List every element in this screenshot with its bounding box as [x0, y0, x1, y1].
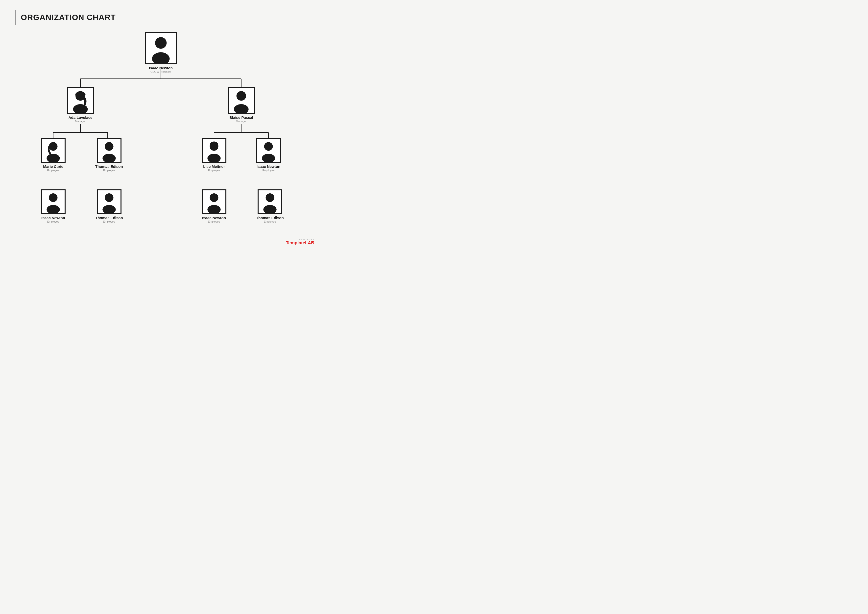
photo-ceo: [145, 32, 177, 64]
photo-emp5: [41, 190, 65, 214]
svg-point-22: [49, 142, 57, 151]
page: ORGANIZATION CHART: [0, 0, 322, 250]
photo-emp4: [256, 138, 281, 163]
emp7-role: Employee: [208, 220, 220, 223]
svg-point-34: [49, 193, 57, 202]
svg-point-31: [264, 142, 273, 151]
node-emp4: Isaac Newton Employee: [256, 138, 281, 172]
emp8-name: Thomas Edison: [256, 216, 284, 220]
photo-manager2: [228, 87, 255, 114]
title-section: ORGANIZATION CHART: [15, 10, 307, 25]
photo-emp2: [97, 138, 121, 163]
photo-emp6: [97, 190, 121, 214]
emp4-role: Employee: [262, 169, 274, 172]
ceo-name: Isaac Newton: [149, 66, 173, 70]
svg-point-13: [155, 37, 167, 49]
manager1-role: Manager: [75, 120, 85, 123]
svg-point-19: [237, 91, 246, 101]
svg-point-43: [265, 193, 274, 202]
photo-emp3: [202, 138, 226, 163]
emp4-name: Isaac Newton: [257, 165, 281, 169]
emp8-role: Employee: [264, 220, 276, 223]
emp2-name: Thomas Edison: [95, 165, 123, 169]
photo-emp8: [257, 190, 282, 214]
org-chart-tree: Isaac Newton CEO & President Ada Lovelac…: [15, 32, 307, 235]
svg-point-25: [105, 142, 113, 151]
emp6-name: Thomas Edison: [95, 216, 123, 220]
emp7-name: Isaac Newton: [202, 216, 226, 220]
emp1-name: Marie Curie: [43, 165, 64, 169]
manager2-name: Blaise Pascal: [229, 115, 253, 120]
node-ceo: Isaac Newton CEO & President: [145, 32, 177, 73]
node-emp2: Thomas Edison Employee: [95, 138, 123, 172]
emp5-name: Isaac Newton: [41, 216, 65, 220]
svg-point-40: [210, 193, 219, 202]
node-emp5: Isaac Newton Employee: [41, 190, 65, 223]
emp2-role: Employee: [103, 169, 115, 172]
manager1-name: Ada Lovelace: [68, 115, 93, 120]
emp3-role: Employee: [208, 169, 220, 172]
emp3-name: Lise Meitner: [203, 165, 225, 169]
photo-emp7: [202, 190, 226, 214]
title-bar-decoration: [15, 10, 16, 25]
emp6-role: Employee: [103, 220, 115, 223]
node-emp3: Lise Meitner Employee: [202, 138, 226, 172]
page-title: ORGANIZATION CHART: [21, 10, 116, 25]
node-emp1: Marie Curie Employee: [41, 138, 65, 172]
watermark-brand: TemplateLAB: [286, 241, 314, 245]
manager2-role: Manager: [236, 120, 246, 123]
watermark: CREATED BY TemplateLAB: [286, 238, 314, 245]
emp1-role: Employee: [47, 169, 59, 172]
watermark-brand-bold: LAB: [305, 240, 314, 246]
emp5-role: Employee: [47, 220, 59, 223]
node-emp6: Thomas Edison Employee: [95, 190, 123, 223]
node-manager1: Ada Lovelace Manager: [67, 87, 94, 123]
watermark-brand-light: Template: [286, 240, 305, 246]
ceo-role: CEO & President: [150, 70, 171, 73]
photo-emp1: [41, 138, 65, 163]
node-emp7: Isaac Newton Employee: [202, 190, 226, 223]
node-emp8: Thomas Edison Employee: [256, 190, 284, 223]
photo-manager1: [67, 87, 94, 114]
node-manager2: Blaise Pascal Manager: [228, 87, 255, 123]
svg-point-37: [105, 193, 113, 202]
